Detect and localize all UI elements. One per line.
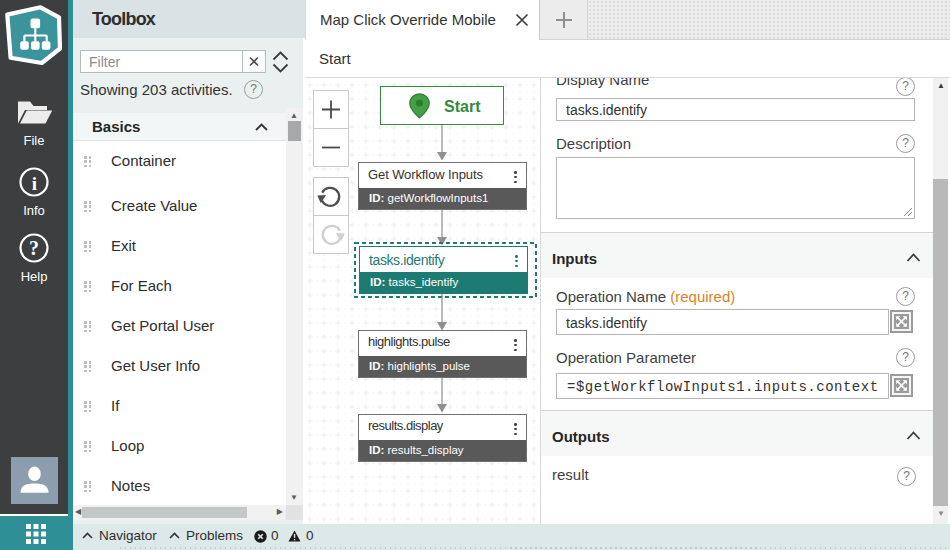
svg-text:i: i [32, 173, 37, 194]
svg-text:?: ? [29, 237, 39, 259]
